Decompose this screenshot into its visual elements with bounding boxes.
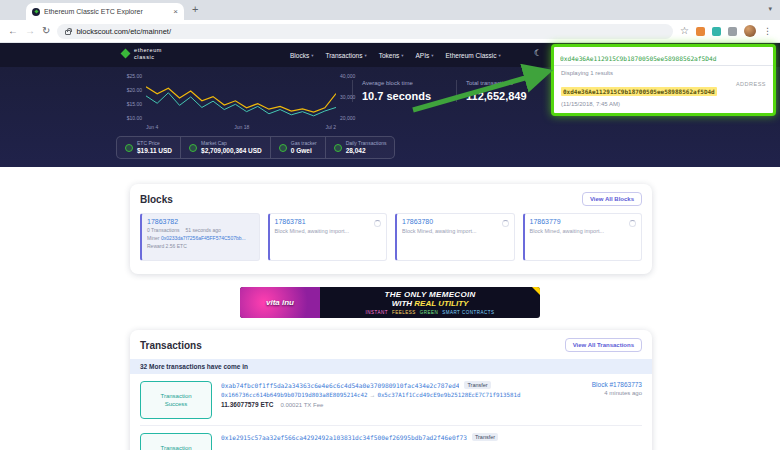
forward-icon[interactable]: → — [25, 26, 35, 36]
block-reward: Reward 2.56 ETC — [147, 243, 254, 249]
transactions-title: Transactions — [140, 340, 202, 351]
extensions-puzzle-icon[interactable] — [728, 27, 737, 36]
site-favicon — [32, 8, 40, 16]
view-all-transactions-button[interactable]: View All Transactions — [565, 338, 642, 352]
nav-item-apis[interactable]: APIs▾ — [416, 52, 434, 59]
market-cap-icon — [189, 144, 197, 152]
chevron-down-icon: ▾ — [431, 53, 433, 58]
blocks-title: Blocks — [140, 194, 173, 205]
block-tile[interactable]: 17863782 0 Transactions 51 seconds ago M… — [140, 213, 260, 261]
search-input[interactable] — [554, 52, 773, 66]
stat-total-transactions: Total transactions 112,652,849 — [456, 80, 560, 102]
extension-icon-1[interactable] — [696, 27, 705, 36]
chart-plot-area — [146, 73, 336, 121]
extension-icon-2[interactable] — [712, 27, 721, 36]
ad-copy: THE ONLY MEMECOIN WITH REAL UTILITY INST… — [320, 290, 540, 315]
nav-item-blocks[interactable]: Blocks▾ — [290, 52, 313, 59]
nav-item-network[interactable]: Ethereum Classic▾ — [446, 52, 501, 59]
chart-x-axis: Jun 4 Jun 18 Jul 2 — [146, 124, 336, 130]
block-number-link[interactable]: 17863781 — [275, 218, 382, 225]
lock-icon — [65, 30, 71, 35]
transaction-age: 4 minutes ago — [576, 390, 642, 396]
transaction-status-badge: Transaction Success — [140, 433, 212, 450]
market-substats: ETC Price $19.11 USD Market Cap $2,709,0… — [116, 136, 395, 159]
chevron-down-icon: ▾ — [311, 53, 313, 58]
ad-brand-logo: vita inu — [240, 287, 320, 318]
substat-market-cap: Market Cap $2,709,000,364 USD — [180, 137, 270, 158]
search-panel: Displaying 1 results 0xd4e36Ae112915C9b1… — [551, 44, 776, 116]
block-pending-status: Block Mined, awaiting import... — [530, 228, 610, 235]
block-age: 51 seconds ago — [186, 227, 221, 233]
block-pending-status: Block Mined, awaiting import... — [275, 228, 355, 235]
price-tx-chart: $25.00 $20.00 $15.00 $10.00 40,000 30,00… — [116, 73, 370, 135]
miner-address-link[interactable]: 0x0233da7f7256aF45FF574C507bb... — [161, 235, 246, 241]
transaction-row: Transaction Success 0x1e2915c57aa32ef566… — [130, 426, 652, 450]
loading-spinner-icon — [629, 220, 636, 227]
dark-mode-toggle-moon-icon[interactable]: ☾ — [534, 48, 542, 58]
transaction-fee: 0.00021 TX Fee — [280, 402, 323, 408]
etc-diamond-icon — [121, 49, 131, 59]
new-transactions-notice[interactable]: 32 More transactions have come in — [130, 359, 652, 374]
transaction-hash-link[interactable]: 0x1e2915c57aa32ef566ca4292492a103831dc34… — [221, 434, 467, 441]
transaction-status-badge: Transaction Success — [140, 381, 212, 419]
block-pending-status: Block Mined, awaiting import... — [402, 228, 482, 235]
block-tile[interactable]: 17863780 Block Mined, awaiting import... — [395, 213, 515, 261]
ad-banner[interactable]: vita inu THE ONLY MEMECOIN WITH REAL UTI… — [240, 287, 540, 318]
ad-features: INSTANTFEELESSGREENSMART CONTRACTS — [320, 310, 540, 315]
substat-gas-tracker: Gas tracker 0 Gwei — [270, 137, 325, 158]
tab-close-icon[interactable]: × — [173, 7, 178, 16]
block-number-link[interactable]: 17863780 — [402, 218, 509, 225]
transaction-row: Transaction Success 0xab74fbc0f1ff5da2a3… — [130, 374, 652, 425]
search-results-heading: Displaying 1 results — [561, 70, 766, 76]
url-bar[interactable]: blockscout.com/etc/mainnet/ — [57, 24, 673, 39]
arrow-right-icon: → — [370, 392, 376, 398]
chevron-down-icon: ▾ — [498, 53, 500, 58]
result-address[interactable]: 0xd4e36Ae112915C9b18700505ee58988562af5D… — [561, 87, 717, 96]
price-icon — [125, 144, 133, 152]
from-address-link[interactable]: 0x166736cc614b649b9b07D19d803a8E8095214c… — [221, 392, 368, 398]
daily-tx-icon — [334, 144, 342, 152]
substat-daily-transactions: Daily Transactions 28,042 — [325, 137, 395, 158]
result-type-badge: ADDRESS — [736, 81, 766, 87]
transaction-hash-link[interactable]: 0xab74fbc0f1ff5da2a34363c6e4e6c6c4d54a0e… — [221, 382, 459, 389]
block-number-link[interactable]: 17863779 — [530, 218, 637, 225]
browser-tab-strip: Ethereum Classic ETC Explorer × + ▾ — [0, 0, 780, 20]
loading-spinner-icon — [374, 220, 381, 227]
profile-avatar[interactable] — [744, 25, 756, 37]
site-logo-text: ethereum classic — [134, 47, 162, 60]
block-number-link[interactable]: 17863782 — [147, 218, 254, 225]
browser-menu-icon[interactable]: ⋮ — [763, 26, 772, 36]
ad-choice-icon[interactable] — [532, 287, 540, 295]
nav-item-transactions[interactable]: Transactions▾ — [325, 52, 366, 59]
new-tab-button[interactable]: + — [192, 3, 198, 15]
search-result-item[interactable]: 0xd4e36Ae112915C9b18700505ee58988562af5D… — [561, 80, 766, 107]
gas-icon — [279, 144, 287, 152]
back-icon[interactable]: ← — [8, 26, 18, 36]
search-results-dropdown: Displaying 1 results 0xd4e36Ae112915C9b1… — [554, 66, 773, 113]
chevron-down-icon: ▾ — [401, 53, 403, 58]
miner-label: Miner — [147, 235, 160, 241]
result-timestamp: (11/15/2018, 7:45 AM) — [561, 101, 717, 107]
main-nav: Blocks▾ Transactions▾ Tokens▾ APIs▾ Ethe… — [290, 43, 501, 67]
transactions-card: Transactions View All Transactions 32 Mo… — [130, 330, 652, 450]
chevron-down-icon: ▾ — [364, 53, 366, 58]
site-logo[interactable]: ethereum classic — [122, 47, 162, 60]
tab-search-chevron-icon[interactable]: ▾ — [768, 5, 772, 13]
browser-window: Ethereum Classic ETC Explorer × + ▾ ← → … — [0, 0, 780, 450]
chart-y-left-axis: $25.00 $20.00 $15.00 $10.00 — [116, 73, 142, 121]
block-tile[interactable]: 17863781 Block Mined, awaiting import... — [268, 213, 388, 261]
browser-tab[interactable]: Ethereum Classic ETC Explorer × — [26, 3, 184, 20]
stat-average-block-time: Average block time 10.7 seconds — [352, 80, 456, 102]
bookmark-star-icon[interactable]: ☆ — [680, 26, 689, 36]
transaction-type-badge: Transfer — [472, 433, 498, 441]
block-link[interactable]: Block #17863773 — [576, 381, 642, 388]
block-tile[interactable]: 17863779 Block Mined, awaiting import... — [523, 213, 643, 261]
nav-item-tokens[interactable]: Tokens▾ — [379, 52, 404, 59]
transaction-type-badge: Transfer — [464, 381, 490, 389]
to-address-link[interactable]: 0x5c37A1f1Ccd49cE9e9b25128EcE7C71f913581… — [377, 392, 520, 398]
transaction-value: 11.36077579 ETC — [221, 401, 273, 408]
refresh-icon[interactable]: ↻ — [42, 26, 50, 36]
block-tiles: 17863782 0 Transactions 51 seconds ago M… — [130, 213, 652, 261]
view-all-blocks-button[interactable]: View All Blocks — [582, 192, 642, 206]
tab-title: Ethereum Classic ETC Explorer — [44, 8, 169, 15]
